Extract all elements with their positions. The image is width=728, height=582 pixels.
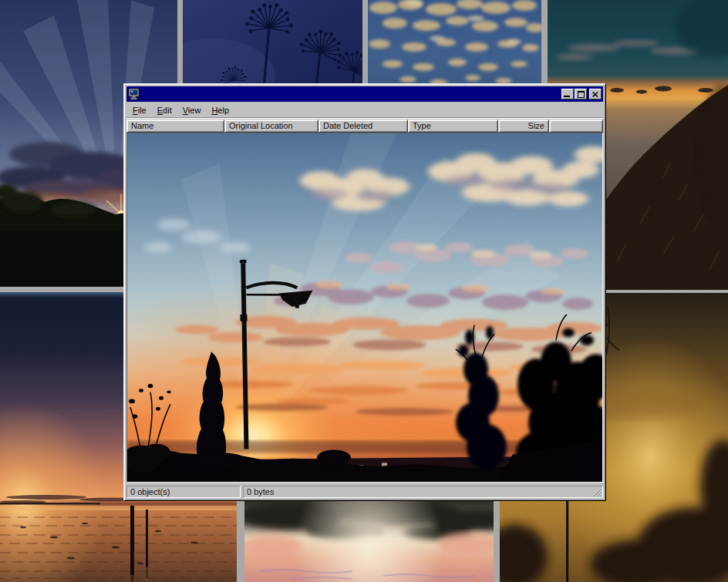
list-view-area[interactable]: [126, 133, 603, 483]
status-bar: 0 object(s) 0 bytes: [126, 484, 603, 498]
column-header-row: Name Original Location Date Deleted Type…: [126, 119, 603, 133]
menu-view[interactable]: View: [177, 104, 207, 116]
column-header-date-deleted[interactable]: Date Deleted: [318, 119, 408, 133]
status-size-text: 0 bytes: [247, 487, 274, 496]
desktop-wallpaper[interactable]: File Edit View Help Name Original Locati…: [0, 0, 728, 582]
menu-bar: File Edit View Help: [126, 102, 603, 118]
column-header-type[interactable]: Type: [408, 119, 498, 133]
maximize-icon: [578, 91, 585, 98]
computer-icon[interactable]: [128, 88, 140, 100]
close-button[interactable]: [589, 89, 602, 99]
close-icon: [592, 92, 598, 97]
status-size: 0 bytes: [243, 486, 603, 498]
column-header-size[interactable]: Size: [498, 119, 549, 133]
column-header-original-location[interactable]: Original Location: [224, 119, 318, 133]
client-photo-street-lamp-sunset: [127, 133, 602, 482]
maximize-button[interactable]: [575, 89, 587, 99]
title-bar[interactable]: [126, 86, 603, 102]
resize-grip-icon[interactable]: [592, 487, 602, 497]
menu-edit[interactable]: Edit: [152, 104, 177, 116]
status-object-count: 0 object(s): [126, 486, 241, 498]
column-header-name[interactable]: Name: [126, 119, 224, 133]
column-header-blank[interactable]: [549, 119, 603, 133]
minimize-button[interactable]: [561, 89, 574, 99]
menu-file[interactable]: File: [127, 104, 152, 116]
recycle-bin-window: File Edit View Help Name Original Locati…: [123, 83, 606, 501]
minimize-icon: [564, 96, 570, 97]
menu-help[interactable]: Help: [206, 104, 234, 116]
